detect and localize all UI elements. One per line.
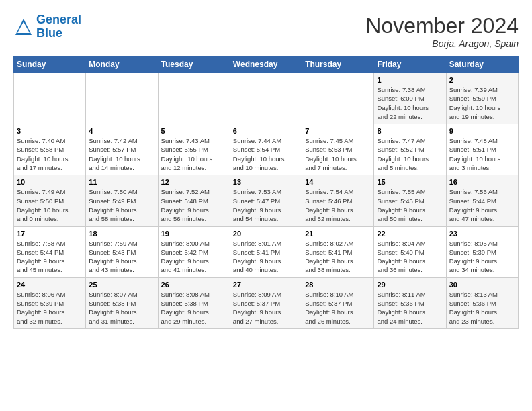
day-number: 30 (449, 281, 515, 289)
calendar-week-row: 24Sunrise: 8:06 AMSunset: 5:39 PMDayligh… (14, 277, 519, 328)
logo-blue: Blue (36, 26, 62, 40)
calendar-week-row: 3Sunrise: 7:40 AMSunset: 5:58 PMDaylight… (14, 124, 519, 175)
calendar-cell (158, 73, 230, 124)
calendar-cell: 27Sunrise: 8:09 AMSunset: 5:37 PMDayligh… (230, 277, 302, 328)
day-number: 1 (377, 76, 443, 84)
day-info: Sunrise: 7:48 AMSunset: 5:51 PMDaylight:… (449, 136, 515, 172)
logo-general: General (36, 13, 81, 26)
calendar-cell: 24Sunrise: 8:06 AMSunset: 5:39 PMDayligh… (14, 277, 86, 328)
calendar-cell (86, 73, 158, 124)
day-number: 26 (161, 281, 227, 289)
day-number: 24 (17, 281, 83, 289)
day-number: 4 (89, 127, 154, 135)
calendar-cell: 5Sunrise: 7:43 AMSunset: 5:55 PMDaylight… (158, 124, 230, 175)
day-info: Sunrise: 8:01 AMSunset: 5:41 PMDaylight:… (233, 239, 299, 275)
calendar-cell: 30Sunrise: 8:13 AMSunset: 5:36 PMDayligh… (446, 277, 518, 328)
calendar-table: SundayMondayTuesdayWednesdayThursdayFrid… (13, 56, 519, 329)
calendar-cell: 4Sunrise: 7:42 AMSunset: 5:57 PMDaylight… (86, 124, 158, 175)
calendar-cell: 29Sunrise: 8:11 AMSunset: 5:36 PMDayligh… (374, 277, 446, 328)
calendar-header-row: SundayMondayTuesdayWednesdayThursdayFrid… (14, 56, 519, 73)
day-info: Sunrise: 8:07 AMSunset: 5:38 PMDaylight:… (89, 290, 154, 326)
calendar-cell: 3Sunrise: 7:40 AMSunset: 5:58 PMDaylight… (14, 124, 86, 175)
day-info: Sunrise: 7:56 AMSunset: 5:44 PMDaylight:… (449, 187, 515, 223)
month-title: November 2024 (365, 13, 519, 38)
day-number: 14 (305, 178, 371, 186)
weekday-header: Wednesday (230, 56, 302, 73)
weekday-header: Saturday (446, 56, 518, 73)
calendar-cell: 13Sunrise: 7:53 AMSunset: 5:47 PMDayligh… (230, 175, 302, 226)
calendar-cell: 8Sunrise: 7:47 AMSunset: 5:52 PMDaylight… (374, 124, 446, 175)
day-number: 2 (449, 76, 515, 84)
page-header: General Blue November 2024 Borja, Aragon… (13, 13, 519, 49)
day-info: Sunrise: 7:55 AMSunset: 5:45 PMDaylight:… (377, 187, 443, 223)
day-number: 13 (233, 178, 299, 186)
calendar-cell: 15Sunrise: 7:55 AMSunset: 5:45 PMDayligh… (374, 175, 446, 226)
day-number: 10 (17, 178, 83, 186)
calendar-cell (14, 73, 86, 124)
calendar-cell: 23Sunrise: 8:05 AMSunset: 5:39 PMDayligh… (446, 226, 518, 277)
weekday-header: Monday (86, 56, 158, 73)
calendar-cell: 9Sunrise: 7:48 AMSunset: 5:51 PMDaylight… (446, 124, 518, 175)
calendar-cell: 28Sunrise: 8:10 AMSunset: 5:37 PMDayligh… (302, 277, 374, 328)
location: Borja, Aragon, Spain (365, 38, 519, 49)
weekday-header: Tuesday (158, 56, 230, 73)
day-info: Sunrise: 8:04 AMSunset: 5:40 PMDaylight:… (377, 239, 443, 275)
calendar-cell: 10Sunrise: 7:49 AMSunset: 5:50 PMDayligh… (14, 175, 86, 226)
day-number: 9 (449, 127, 515, 135)
logo-icon (13, 17, 34, 37)
calendar-cell: 14Sunrise: 7:54 AMSunset: 5:46 PMDayligh… (302, 175, 374, 226)
day-number: 22 (377, 230, 443, 238)
day-number: 18 (89, 230, 154, 238)
title-block: November 2024 Borja, Aragon, Spain (365, 13, 519, 49)
day-info: Sunrise: 7:53 AMSunset: 5:47 PMDaylight:… (233, 187, 299, 223)
calendar-cell: 16Sunrise: 7:56 AMSunset: 5:44 PMDayligh… (446, 175, 518, 226)
calendar-cell: 26Sunrise: 8:08 AMSunset: 5:38 PMDayligh… (158, 277, 230, 328)
day-info: Sunrise: 7:52 AMSunset: 5:48 PMDaylight:… (161, 187, 227, 223)
calendar-cell: 19Sunrise: 8:00 AMSunset: 5:42 PMDayligh… (158, 226, 230, 277)
day-number: 17 (17, 230, 83, 238)
day-info: Sunrise: 7:58 AMSunset: 5:44 PMDaylight:… (17, 239, 83, 275)
day-info: Sunrise: 8:06 AMSunset: 5:39 PMDaylight:… (17, 290, 83, 326)
day-number: 21 (305, 230, 371, 238)
day-number: 7 (305, 127, 371, 135)
day-number: 19 (161, 230, 227, 238)
day-info: Sunrise: 7:42 AMSunset: 5:57 PMDaylight:… (89, 136, 154, 172)
calendar-cell: 21Sunrise: 8:02 AMSunset: 5:41 PMDayligh… (302, 226, 374, 277)
day-number: 12 (161, 178, 227, 186)
day-info: Sunrise: 7:45 AMSunset: 5:53 PMDaylight:… (305, 136, 371, 172)
day-number: 6 (233, 127, 299, 135)
day-info: Sunrise: 7:40 AMSunset: 5:58 PMDaylight:… (17, 136, 83, 172)
calendar-week-row: 1Sunrise: 7:38 AMSunset: 6:00 PMDaylight… (14, 73, 519, 124)
day-number: 29 (377, 281, 443, 289)
day-info: Sunrise: 7:43 AMSunset: 5:55 PMDaylight:… (161, 136, 227, 172)
day-info: Sunrise: 7:54 AMSunset: 5:46 PMDaylight:… (305, 187, 371, 223)
day-info: Sunrise: 7:38 AMSunset: 6:00 PMDaylight:… (377, 85, 443, 121)
day-info: Sunrise: 8:05 AMSunset: 5:39 PMDaylight:… (449, 239, 515, 275)
day-number: 16 (449, 178, 515, 186)
day-number: 27 (233, 281, 299, 289)
calendar-cell (230, 73, 302, 124)
calendar-cell: 7Sunrise: 7:45 AMSunset: 5:53 PMDaylight… (302, 124, 374, 175)
calendar-week-row: 17Sunrise: 7:58 AMSunset: 5:44 PMDayligh… (14, 226, 519, 277)
calendar-cell: 11Sunrise: 7:50 AMSunset: 5:49 PMDayligh… (86, 175, 158, 226)
calendar-cell (302, 73, 374, 124)
day-info: Sunrise: 8:09 AMSunset: 5:37 PMDaylight:… (233, 290, 299, 326)
day-info: Sunrise: 7:59 AMSunset: 5:43 PMDaylight:… (89, 239, 154, 275)
day-number: 28 (305, 281, 371, 289)
calendar-cell: 25Sunrise: 8:07 AMSunset: 5:38 PMDayligh… (86, 277, 158, 328)
calendar-cell: 1Sunrise: 7:38 AMSunset: 6:00 PMDaylight… (374, 73, 446, 124)
calendar-cell: 6Sunrise: 7:44 AMSunset: 5:54 PMDaylight… (230, 124, 302, 175)
calendar-cell: 22Sunrise: 8:04 AMSunset: 5:40 PMDayligh… (374, 226, 446, 277)
calendar-cell: 2Sunrise: 7:39 AMSunset: 5:59 PMDaylight… (446, 73, 518, 124)
day-info: Sunrise: 7:50 AMSunset: 5:49 PMDaylight:… (89, 187, 154, 223)
day-number: 23 (449, 230, 515, 238)
day-number: 3 (17, 127, 83, 135)
day-number: 20 (233, 230, 299, 238)
day-info: Sunrise: 7:47 AMSunset: 5:52 PMDaylight:… (377, 136, 443, 172)
day-info: Sunrise: 8:13 AMSunset: 5:36 PMDaylight:… (449, 290, 515, 326)
calendar-week-row: 10Sunrise: 7:49 AMSunset: 5:50 PMDayligh… (14, 175, 519, 226)
day-number: 11 (89, 178, 154, 186)
day-info: Sunrise: 7:44 AMSunset: 5:54 PMDaylight:… (233, 136, 299, 172)
calendar-cell: 17Sunrise: 7:58 AMSunset: 5:44 PMDayligh… (14, 226, 86, 277)
weekday-header: Sunday (14, 56, 86, 73)
